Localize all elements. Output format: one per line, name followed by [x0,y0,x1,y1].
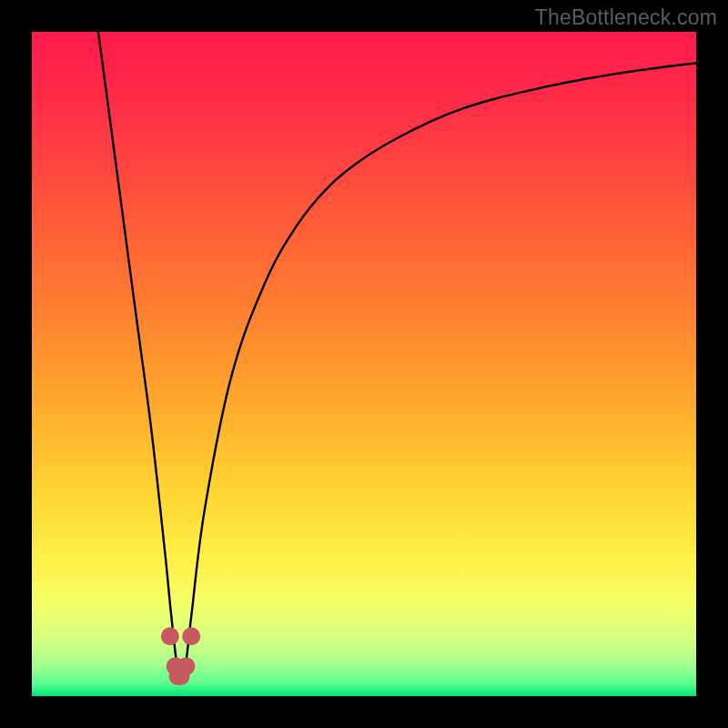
curve-layer [32,32,696,696]
bottleneck-curve [98,32,696,677]
marker-point [182,627,200,645]
marker-cluster [161,627,200,685]
marker-point [161,627,179,645]
chart-frame: TheBottleneck.com [0,0,728,728]
plot-area [32,32,696,696]
marker-point [177,657,195,675]
watermark-text: TheBottleneck.com [535,5,717,30]
